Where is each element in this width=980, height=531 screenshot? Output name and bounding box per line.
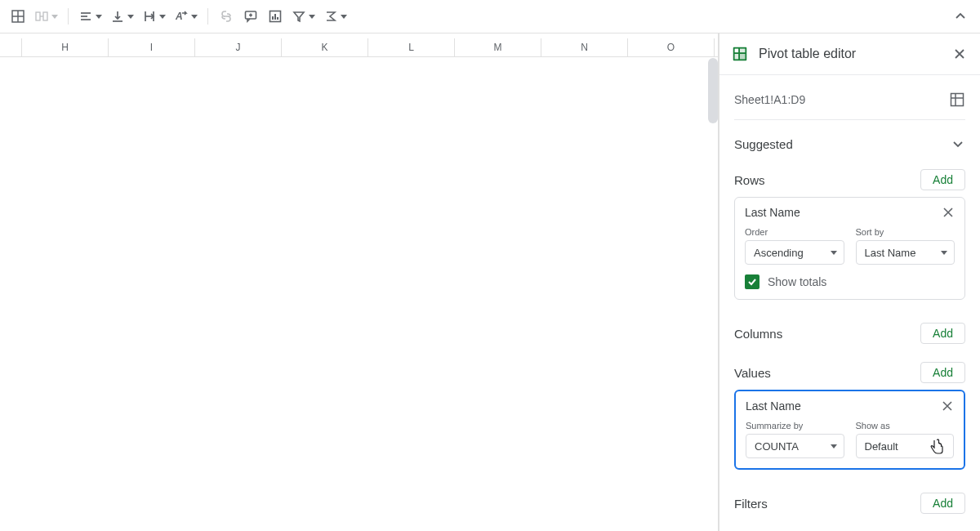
- show-totals-checkbox[interactable]: [745, 274, 760, 289]
- columns-label: Columns: [734, 327, 782, 341]
- show-totals-label: Show totals: [768, 275, 826, 288]
- spreadsheet-grid[interactable]: H I J K L M N O: [0, 33, 719, 531]
- row-card-title: Last Name: [745, 206, 800, 219]
- remove-value-field-button[interactable]: [941, 399, 954, 413]
- svg-rect-3: [36, 12, 40, 20]
- summarize-label: Summarize by: [746, 421, 844, 431]
- select-data-range-button[interactable]: [949, 91, 965, 108]
- column-header[interactable]: N: [541, 38, 628, 56]
- order-label: Order: [745, 227, 844, 237]
- filter-button[interactable]: [288, 5, 318, 28]
- toolbar: A: [0, 0, 980, 33]
- svg-rect-17: [272, 16, 274, 20]
- svg-text:A: A: [175, 11, 183, 22]
- chevron-down-icon: [51, 15, 58, 19]
- chevron-down-icon: [941, 251, 947, 255]
- chevron-down-icon: [159, 15, 166, 19]
- insert-comment-button[interactable]: [239, 5, 262, 28]
- rows-label: Rows: [734, 173, 765, 187]
- filters-section-header: Filters Add: [734, 493, 965, 514]
- chevron-down-icon: [191, 15, 198, 19]
- values-section-header: Values Add: [734, 362, 965, 383]
- svg-rect-21: [735, 49, 739, 53]
- add-values-button[interactable]: Add: [920, 362, 965, 383]
- merge-cells-button[interactable]: [31, 5, 61, 28]
- add-columns-button[interactable]: Add: [920, 323, 965, 344]
- separator: [207, 8, 208, 25]
- close-panel-button[interactable]: [952, 47, 967, 61]
- vertical-align-button[interactable]: [107, 5, 137, 28]
- vertical-scrollbar[interactable]: [708, 58, 718, 123]
- column-header[interactable]: M: [455, 38, 541, 56]
- panel-title: Pivot table editor: [759, 47, 942, 61]
- toolbar-collapse-button[interactable]: [949, 5, 972, 28]
- suggested-label: Suggested: [734, 137, 793, 151]
- showas-select[interactable]: Default: [856, 434, 955, 458]
- chevron-down-icon: [127, 15, 134, 19]
- chevron-down-icon: [96, 15, 102, 19]
- svg-rect-23: [735, 54, 739, 59]
- value-field-card: Last Name Summarize by COUNTA: [734, 390, 965, 470]
- column-headers: H I J K L M N O: [0, 38, 718, 57]
- order-select[interactable]: Ascending: [745, 240, 844, 265]
- rows-section-header: Rows Add: [734, 169, 965, 190]
- columns-section-header: Columns Add: [734, 323, 965, 344]
- sortby-label: Sort by: [856, 227, 956, 237]
- panel-header: Pivot table editor: [719, 33, 980, 75]
- order-value: Ascending: [754, 247, 804, 259]
- svg-rect-25: [951, 94, 964, 106]
- text-wrap-button[interactable]: [139, 5, 169, 28]
- horizontal-align-button[interactable]: [75, 5, 105, 28]
- chevron-down-icon: [309, 15, 315, 19]
- sortby-value: Last Name: [865, 247, 916, 259]
- borders-button[interactable]: [7, 5, 29, 28]
- summarize-value: COUNTA: [755, 440, 799, 453]
- add-filters-button[interactable]: Add: [920, 493, 965, 514]
- pivot-table-icon: [731, 45, 749, 63]
- pivot-table-editor-panel: Pivot table editor Sheet1!A1:D9 Suggeste…: [719, 33, 980, 531]
- showas-value: Default: [865, 440, 898, 453]
- showas-label: Show as: [856, 421, 955, 431]
- suggested-section[interactable]: Suggested: [734, 136, 965, 151]
- add-rows-button[interactable]: Add: [920, 169, 965, 190]
- svg-rect-18: [274, 14, 276, 20]
- text-rotation-button[interactable]: A: [171, 5, 201, 28]
- column-header[interactable]: O: [628, 38, 715, 56]
- chevron-down-icon: [341, 15, 347, 19]
- expand-suggested-button[interactable]: [951, 136, 965, 151]
- column-header[interactable]: H: [22, 38, 109, 56]
- svg-rect-4: [43, 12, 47, 20]
- column-header[interactable]: J: [195, 38, 282, 56]
- values-label: Values: [734, 366, 771, 380]
- column-header[interactable]: L: [368, 38, 455, 56]
- sortby-select[interactable]: Last Name: [856, 240, 956, 265]
- cursor-pointer-icon: [929, 438, 945, 456]
- functions-button[interactable]: [320, 5, 350, 28]
- chevron-down-icon: [831, 444, 837, 448]
- svg-rect-24: [740, 54, 745, 59]
- row-field-card: Last Name Order Ascending: [734, 197, 965, 300]
- summarize-select[interactable]: COUNTA: [746, 434, 844, 458]
- insert-link-button[interactable]: [215, 5, 238, 28]
- value-card-title: Last Name: [746, 399, 801, 413]
- column-header[interactable]: I: [109, 38, 195, 56]
- remove-row-field-button[interactable]: [942, 206, 955, 219]
- svg-rect-22: [740, 49, 745, 53]
- column-header[interactable]: K: [282, 38, 368, 56]
- chevron-down-icon: [831, 251, 837, 255]
- separator: [68, 8, 69, 25]
- data-range-row: Sheet1!A1:D9: [734, 83, 965, 120]
- data-range-text[interactable]: Sheet1!A1:D9: [734, 93, 949, 106]
- svg-rect-19: [277, 17, 278, 20]
- column-header[interactable]: [0, 38, 22, 56]
- insert-chart-button[interactable]: [264, 5, 287, 28]
- filters-label: Filters: [734, 497, 768, 511]
